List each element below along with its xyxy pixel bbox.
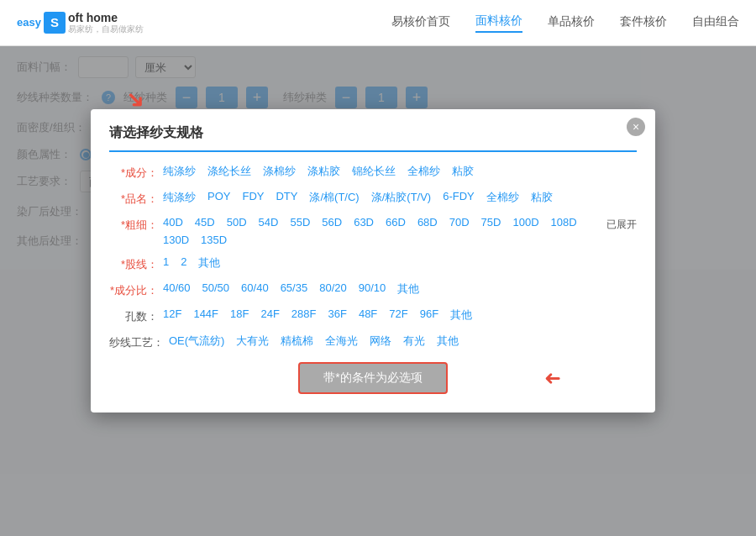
opt-product-2[interactable]: FDY	[242, 190, 264, 205]
opt-craft-6[interactable]: 其他	[437, 334, 459, 349]
opt-coarseness-5[interactable]: 56D	[322, 216, 342, 229]
opt-ratio-1[interactable]: 50/50	[202, 281, 230, 297]
opt-ingredient-4[interactable]: 锦纶长丝	[352, 164, 396, 179]
spec-options-ingredient: 纯涤纱 涤纶长丝 涤棉纱 涤粘胶 锦纶长丝 全棉纱 粘胶	[163, 164, 474, 179]
spec-label-product: *品名：	[109, 190, 158, 207]
opt-holes-9[interactable]: 其他	[450, 307, 472, 323]
logo-sub: 易家纺，自易做家纺	[68, 24, 144, 34]
logo-main: oft home	[68, 11, 144, 25]
nav-free[interactable]: 自由组合	[692, 14, 739, 32]
arrow-indicator-bottom: ➜	[544, 367, 561, 391]
opt-product-0[interactable]: 纯涤纱	[163, 190, 196, 205]
spec-options-ratio: 40/60 50/50 60/40 65/35 80/20 90/10 其他	[163, 281, 419, 297]
spec-label-coarseness: *粗细：	[109, 216, 158, 233]
spec-label-strands: *股线：	[109, 255, 158, 272]
modal-title: 请选择纱支规格	[109, 124, 637, 152]
logo: easy S oft home 易家纺，自易做家纺	[17, 11, 144, 35]
spec-options-strands: 1 2 其他	[163, 255, 220, 271]
opt-coarseness-6[interactable]: 63D	[354, 216, 374, 229]
opt-ratio-2[interactable]: 60/40	[241, 281, 269, 297]
opt-holes-3[interactable]: 24F	[260, 307, 279, 323]
confirm-button[interactable]: 带*的条件为必选项	[298, 362, 447, 394]
opt-coarseness-8[interactable]: 68D	[417, 216, 438, 229]
header: easy S oft home 易家纺，自易做家纺 易核价首页 面料核价 单品核…	[0, 0, 756, 46]
main-nav: 易核价首页 面料核价 单品核价 套件核价 自由组合	[391, 13, 739, 33]
spec-row-coarseness: *粗细： 40D 45D 50D 54D 55D 56D 63D 66D 68D…	[109, 216, 637, 246]
spec-label-ingredient: *成分：	[109, 164, 158, 181]
opt-ingredient-2[interactable]: 涤棉纱	[263, 164, 296, 179]
opt-coarseness-9[interactable]: 70D	[449, 216, 470, 229]
opt-product-8[interactable]: 粘胶	[531, 190, 553, 205]
opt-craft-3[interactable]: 全海光	[325, 334, 358, 349]
spec-row-ingredient: *成分： 纯涤纱 涤纶长丝 涤棉纱 涤粘胶 锦纶长丝 全棉纱 粘胶	[109, 164, 637, 181]
spec-options-holes: 12F 144F 18F 24F 288F 36F 48F 72F 96F 其他	[163, 307, 472, 323]
opt-craft-4[interactable]: 网络	[370, 334, 391, 349]
opt-holes-2[interactable]: 18F	[230, 307, 249, 323]
opt-craft-1[interactable]: 大有光	[236, 334, 269, 349]
logo-easy: easy	[17, 16, 41, 29]
opt-holes-5[interactable]: 36F	[328, 307, 347, 323]
spec-label-craft: 纱线工艺：	[109, 334, 164, 350]
opt-strands-2[interactable]: 其他	[198, 255, 220, 271]
spec-row-craft: 纱线工艺： OE(气流纺) 大有光 精梳棉 全海光 网络 有光 其他	[109, 334, 637, 350]
nav-suit[interactable]: 套件核价	[620, 14, 667, 32]
opt-product-3[interactable]: DTY	[276, 190, 297, 205]
opt-coarseness-4[interactable]: 55D	[290, 216, 310, 229]
logo-s-box: S	[44, 12, 66, 34]
opt-ratio-0[interactable]: 40/60	[163, 281, 191, 297]
opt-product-6[interactable]: 6-FDY	[443, 190, 475, 205]
opt-product-4[interactable]: 涤/棉(T/C)	[309, 190, 359, 205]
opt-ingredient-5[interactable]: 全棉纱	[407, 164, 440, 179]
nav-single[interactable]: 单品核价	[548, 14, 595, 32]
opt-strands-0[interactable]: 1	[163, 255, 169, 271]
opt-ingredient-0[interactable]: 纯涤纱	[163, 164, 196, 179]
spec-row-holes: 孔数： 12F 144F 18F 24F 288F 36F 48F 72F 96…	[109, 307, 637, 324]
spec-row-ratio: *成分比： 40/60 50/50 60/40 65/35 80/20 90/1…	[109, 281, 637, 298]
spec-options-craft: OE(气流纺) 大有光 精梳棉 全海光 网络 有光 其他	[169, 334, 459, 349]
opt-coarseness-1[interactable]: 45D	[195, 216, 215, 229]
spec-row-product: *品名： 纯涤纱 POY FDY DTY 涤/棉(T/C) 涤/粘胶(T/V) …	[109, 190, 637, 207]
opt-craft-2[interactable]: 精梳棉	[281, 334, 313, 349]
opt-coarseness-11[interactable]: 100D	[512, 216, 538, 229]
opt-coarseness-14[interactable]: 135D	[201, 234, 227, 246]
opt-ratio-6[interactable]: 其他	[397, 281, 419, 297]
logo-text-block: oft home 易家纺，自易做家纺	[68, 11, 144, 35]
opt-product-5[interactable]: 涤/粘胶(T/V)	[371, 190, 432, 205]
spec-modal: × 请选择纱支规格 *成分： 纯涤纱 涤纶长丝 涤棉纱 涤粘胶 锦纶长丝 全棉纱…	[91, 109, 655, 413]
logo-s: S	[50, 15, 59, 29]
opt-craft-0[interactable]: OE(气流纺)	[169, 334, 224, 349]
opt-holes-4[interactable]: 288F	[291, 307, 317, 323]
spec-options-product: 纯涤纱 POY FDY DTY 涤/棉(T/C) 涤/粘胶(T/V) 6-FDY…	[163, 190, 553, 205]
opt-craft-5[interactable]: 有光	[403, 334, 425, 349]
opt-product-7[interactable]: 全棉纱	[486, 190, 519, 205]
spec-row-strands: *股线： 1 2 其他	[109, 255, 637, 272]
opt-coarseness-0[interactable]: 40D	[163, 216, 183, 229]
opt-strands-1[interactable]: 2	[181, 255, 186, 271]
modal-footer: 带*的条件为必选项 ➜	[109, 362, 637, 394]
nav-fabric[interactable]: 面料核价	[475, 13, 522, 33]
spec-options-coarseness: 40D 45D 50D 54D 55D 56D 63D 66D 68D 70D …	[163, 216, 601, 246]
spec-label-holes: 孔数：	[109, 307, 158, 324]
opt-ingredient-1[interactable]: 涤纶长丝	[207, 164, 251, 179]
opt-ingredient-3[interactable]: 涤粘胶	[307, 164, 340, 179]
nav-home[interactable]: 易核价首页	[391, 14, 450, 32]
modal-close-button[interactable]: ×	[627, 118, 645, 136]
opt-product-1[interactable]: POY	[207, 190, 230, 205]
opt-holes-1[interactable]: 144F	[193, 307, 218, 323]
opt-holes-0[interactable]: 12F	[163, 307, 181, 323]
opt-holes-7[interactable]: 72F	[389, 307, 407, 323]
opt-coarseness-13[interactable]: 130D	[163, 234, 189, 246]
opt-coarseness-7[interactable]: 66D	[386, 216, 406, 229]
opt-coarseness-12[interactable]: 108D	[551, 216, 577, 229]
opt-holes-8[interactable]: 96F	[420, 307, 438, 323]
opt-holes-6[interactable]: 48F	[359, 307, 377, 323]
opt-coarseness-2[interactable]: 50D	[227, 216, 247, 229]
opt-coarseness-3[interactable]: 54D	[259, 216, 279, 229]
opt-ratio-4[interactable]: 80/20	[319, 281, 347, 297]
opt-coarseness-10[interactable]: 75D	[481, 216, 501, 229]
expand-coarseness[interactable]: 已展开	[606, 216, 637, 232]
opt-ratio-3[interactable]: 65/35	[281, 281, 308, 297]
spec-label-ratio: *成分比：	[109, 281, 158, 298]
opt-ratio-5[interactable]: 90/10	[359, 281, 386, 297]
opt-ingredient-6[interactable]: 粘胶	[452, 164, 474, 179]
